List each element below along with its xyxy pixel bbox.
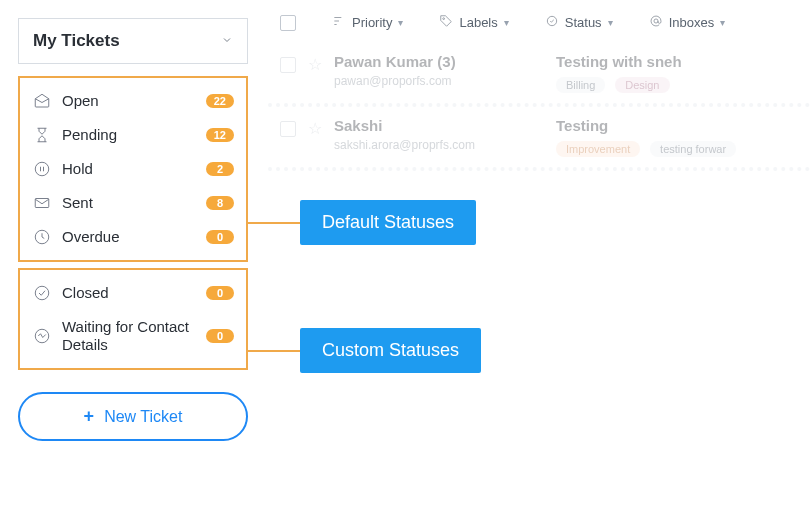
envelope-icon [32, 194, 52, 212]
ticket-tag: testing forwar [650, 141, 736, 157]
activity-circle-icon [32, 327, 52, 345]
chevron-down-icon: ▾ [720, 17, 725, 28]
toolbar-label: Inboxes [669, 15, 715, 30]
hourglass-icon [32, 126, 52, 144]
inboxes-filter[interactable]: Inboxes ▾ [649, 14, 726, 31]
priority-filter[interactable]: Priority ▾ [332, 14, 403, 31]
status-open[interactable]: Open 22 [24, 84, 242, 118]
svg-point-5 [35, 286, 49, 300]
status-waiting-contact[interactable]: Waiting for Contact Details 0 [24, 310, 242, 362]
status-label: Hold [62, 160, 196, 178]
ticket-tag: Improvement [556, 141, 640, 157]
annotation-default-statuses: Default Statuses [300, 200, 476, 245]
status-pending[interactable]: Pending 12 [24, 118, 242, 152]
star-icon[interactable]: ☆ [308, 119, 322, 138]
status-label: Overdue [62, 228, 196, 246]
svg-point-0 [35, 162, 49, 176]
ticket-views-dropdown[interactable]: My Tickets [18, 18, 248, 64]
ticket-row[interactable]: ☆ Pawan Kumar (3) pawan@proporfs.com Tes… [268, 43, 810, 107]
row-checkbox[interactable] [280, 121, 296, 137]
ticket-list: ☆ Pawan Kumar (3) pawan@proporfs.com Tes… [268, 43, 810, 171]
new-ticket-label: New Ticket [104, 408, 182, 426]
annotation-connector [248, 350, 300, 352]
status-count-badge: 0 [206, 286, 234, 300]
default-statuses-group: Open 22 Pending 12 Hold 2 Sent 8 [18, 76, 248, 262]
status-count-badge: 2 [206, 162, 234, 176]
pause-circle-icon [32, 160, 52, 178]
ticket-subject: Testing [556, 117, 742, 134]
status-count-badge: 0 [206, 329, 234, 343]
chevron-down-icon: ▾ [608, 17, 613, 28]
at-icon [649, 14, 663, 31]
status-count-badge: 8 [206, 196, 234, 210]
main-content: Priority ▾ Labels ▾ Status ▾ Inboxes ▾ ☆… [268, 8, 810, 171]
ticket-email: sakshi.arora@proprfs.com [334, 138, 544, 152]
ticket-subject: Testing with sneh [556, 53, 682, 70]
envelope-open-icon [32, 92, 52, 110]
annotation-connector [248, 222, 300, 224]
toolbar-label: Priority [352, 15, 392, 30]
ticket-sender: Pawan Kumar (3) [334, 53, 544, 70]
status-filter[interactable]: Status ▾ [545, 14, 613, 31]
annotation-custom-statuses: Custom Statuses [300, 328, 481, 373]
row-checkbox[interactable] [280, 57, 296, 73]
svg-point-9 [654, 19, 658, 23]
chevron-down-icon: ▾ [398, 17, 403, 28]
sidebar: My Tickets Open 22 Pending 12 Hold 2 [18, 18, 248, 441]
ticket-row[interactable]: ☆ Sakshi sakshi.arora@proprfs.com Testin… [268, 107, 810, 171]
status-count-badge: 22 [206, 94, 234, 108]
plus-icon: + [84, 406, 95, 427]
status-label: Sent [62, 194, 196, 212]
tag-icon [439, 14, 453, 31]
status-label: Waiting for Contact Details [62, 318, 196, 354]
status-count-badge: 12 [206, 128, 234, 142]
ticket-sender: Sakshi [334, 117, 544, 134]
svg-rect-3 [35, 199, 49, 208]
new-ticket-button[interactable]: + New Ticket [18, 392, 248, 441]
ticket-tag: Billing [556, 77, 605, 93]
svg-point-8 [547, 16, 556, 25]
status-closed[interactable]: Closed 0 [24, 276, 242, 310]
check-circle-icon [32, 284, 52, 302]
status-overdue[interactable]: Overdue 0 [24, 220, 242, 254]
status-hold[interactable]: Hold 2 [24, 152, 242, 186]
ticket-views-title: My Tickets [33, 31, 120, 51]
clock-icon [32, 228, 52, 246]
chevron-down-icon [221, 33, 233, 49]
ticket-tag: Design [615, 77, 669, 93]
select-all-checkbox[interactable] [280, 15, 296, 31]
chevron-down-icon: ▾ [504, 17, 509, 28]
custom-statuses-group: Closed 0 Waiting for Contact Details 0 [18, 268, 248, 370]
svg-point-7 [443, 18, 445, 20]
status-sent[interactable]: Sent 8 [24, 186, 242, 220]
priority-icon [332, 14, 346, 31]
toolbar-label: Status [565, 15, 602, 30]
status-label: Pending [62, 126, 196, 144]
toolbar: Priority ▾ Labels ▾ Status ▾ Inboxes ▾ [268, 8, 810, 37]
status-count-badge: 0 [206, 230, 234, 244]
status-icon [545, 14, 559, 31]
status-label: Open [62, 92, 196, 110]
ticket-email: pawan@proporfs.com [334, 74, 544, 88]
status-label: Closed [62, 284, 196, 302]
labels-filter[interactable]: Labels ▾ [439, 14, 508, 31]
toolbar-label: Labels [459, 15, 497, 30]
star-icon[interactable]: ☆ [308, 55, 322, 74]
